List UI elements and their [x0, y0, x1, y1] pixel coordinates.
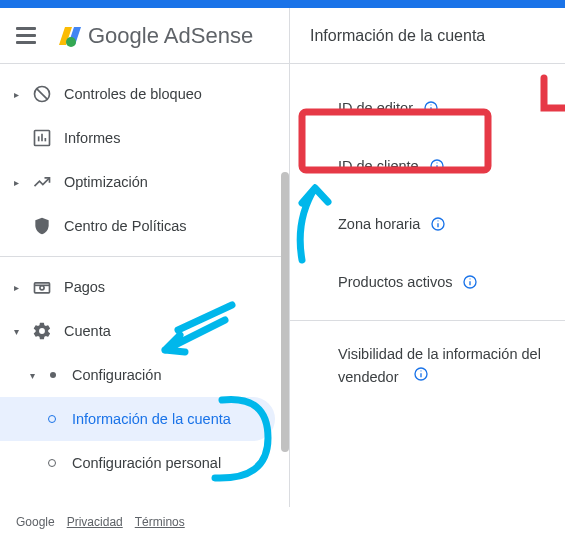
sidebar-item-optimization[interactable]: ▸ Optimización [0, 160, 289, 204]
scrollbar-thumb[interactable] [281, 172, 289, 452]
info-icon[interactable] [430, 216, 446, 232]
circle-icon [48, 415, 56, 423]
footer-brand: Google [16, 515, 55, 529]
sidebar-item-label: Centro de Políticas [64, 218, 187, 234]
shield-icon [32, 216, 52, 236]
sidebar-item-configuration[interactable]: ▾ Configuración [0, 353, 289, 397]
field-publisher-id: ID de editor [338, 100, 565, 116]
main-content: ID de editor ID de cliente Zona horaria … [290, 64, 565, 507]
field-label: Zona horaria [338, 216, 420, 232]
chevron-down-icon: ▾ [30, 370, 42, 381]
app-header: Google AdSense Información de la cuenta [0, 8, 565, 64]
hamburger-menu-icon[interactable] [16, 24, 40, 48]
info-icon[interactable] [413, 366, 429, 382]
gear-icon [32, 321, 52, 341]
circle-icon [48, 459, 56, 467]
chevron-right-icon: ▸ [14, 282, 26, 293]
svg-line-2 [37, 89, 48, 100]
sidebar-item-label: Pagos [64, 279, 105, 295]
sidebar-item-account[interactable]: ▾ Cuenta [0, 309, 289, 353]
svg-point-8 [40, 286, 44, 290]
field-active-products: Productos activos [338, 274, 565, 290]
sidebar-item-payments[interactable]: ▸ Pagos [0, 265, 289, 309]
sidebar-item-policy-center[interactable]: Centro de Políticas [0, 204, 289, 248]
chevron-right-icon: ▸ [14, 177, 26, 188]
field-client-id: ID de cliente [338, 158, 565, 174]
sidebar-item-label: Cuenta [64, 323, 111, 339]
info-icon[interactable] [429, 158, 445, 174]
footer-links: Google Privacidad Términos [16, 515, 185, 529]
field-label: Visibilidad de la información del vended… [338, 346, 541, 385]
sidebar-item-label: Información de la cuenta [72, 411, 231, 427]
adsense-logo[interactable]: Google AdSense [56, 23, 253, 49]
sidebar-item-account-info[interactable]: Información de la cuenta [0, 397, 275, 441]
footer-privacy-link[interactable]: Privacidad [67, 515, 123, 529]
svg-rect-7 [35, 283, 50, 293]
sidebar-item-reports[interactable]: Informes [0, 116, 289, 160]
field-label: ID de cliente [338, 158, 419, 174]
chevron-right-icon: ▸ [14, 89, 26, 100]
field-label: ID de editor [338, 100, 413, 116]
field-label: Productos activos [338, 274, 452, 290]
info-icon[interactable] [423, 100, 439, 116]
sidebar-item-label: Optimización [64, 174, 148, 190]
info-icon[interactable] [462, 274, 478, 290]
optimization-icon [32, 172, 52, 192]
block-icon [32, 84, 52, 104]
sidebar-item-label: Configuración personal [72, 455, 221, 471]
adsense-logo-icon [56, 24, 84, 48]
sidebar-item-label: Configuración [72, 367, 161, 383]
sidebar-item-blocking-controls[interactable]: ▸ Controles de bloqueo [0, 72, 289, 116]
logo-text: Google AdSense [88, 23, 253, 49]
sidebar-item-label: Controles de bloqueo [64, 86, 202, 102]
dot-icon [50, 372, 56, 378]
field-timezone: Zona horaria [338, 216, 565, 232]
sidebar-nav: ▸ Controles de bloqueo Informes ▸ Optimi… [0, 64, 290, 507]
svg-point-0 [66, 37, 76, 47]
field-seller-visibility: Visibilidad de la información del vended… [338, 343, 565, 389]
chevron-down-icon: ▾ [14, 326, 26, 337]
payments-icon [32, 277, 52, 297]
page-title: Información de la cuenta [310, 27, 485, 45]
sidebar-item-label: Informes [64, 130, 120, 146]
footer-terms-link[interactable]: Términos [135, 515, 185, 529]
sidebar-item-personal-config[interactable]: Configuración personal [0, 441, 289, 485]
reports-icon [32, 128, 52, 148]
